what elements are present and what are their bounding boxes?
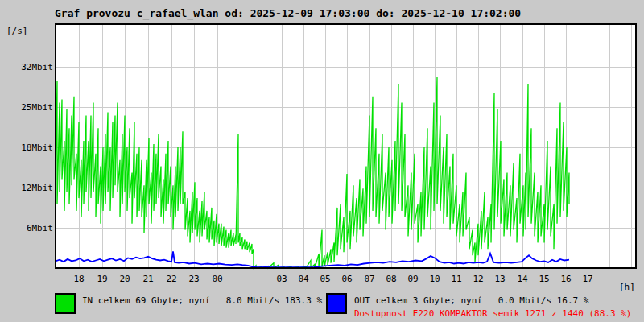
x-tick-label: 09 — [407, 274, 418, 284]
y-tick-label: 32Mbit — [21, 62, 53, 72]
traffic-chart: 32Mbit25Mbit18Mbit12Mbit6Mbit18192021222… — [0, 0, 644, 322]
x-tick-label: 04 — [298, 274, 309, 284]
x-tick-label: 12 — [473, 274, 483, 284]
x-tick-label: 17 — [582, 274, 592, 284]
y-tick-label: 6Mbit — [27, 223, 53, 233]
x-tick-label: 20 — [119, 274, 130, 284]
out-legend-label: OUT celkem 3 Gbyte; nyní 0.0 Mbit/s 16.7… — [354, 295, 588, 306]
x-tick-label: 03 — [276, 274, 287, 284]
traffic-graph-page: { "page_bg": "#c9c9c9", "title": "Graf p… — [0, 0, 644, 322]
x-tick-label: 21 — [142, 274, 153, 284]
x-tick-label: 08 — [386, 274, 396, 284]
x-tick-label: 18 — [73, 274, 84, 284]
x-tick-label: 22 — [166, 274, 176, 284]
y-tick-label: 12Mbit — [21, 183, 53, 193]
y-tick-label: 18Mbit — [21, 142, 53, 153]
x-tick-label: 05 — [320, 274, 330, 284]
x-tick-label: 16 — [560, 274, 571, 284]
in-legend-swatch — [55, 293, 76, 314]
x-axis-unit-label: [h] — [619, 282, 635, 292]
x-tick-label: 14 — [517, 274, 528, 284]
plot-background — [56, 24, 636, 268]
x-tick-label: 23 — [188, 274, 199, 284]
x-tick-label: 15 — [539, 274, 549, 284]
x-tick-label: 06 — [341, 274, 352, 284]
x-tick-label: 10 — [429, 274, 440, 284]
in-legend-label: IN celkem 69 Gbyte; nyní 8.0 Mbit/s 183.… — [82, 295, 322, 306]
x-tick-label: 00 — [212, 274, 222, 284]
x-tick-label: 13 — [494, 274, 505, 284]
x-tick-label: 19 — [97, 274, 107, 284]
y-tick-label: 25Mbit — [21, 102, 53, 113]
availability-label: Dostupnost E220 KOMPAKTOR semik 1271 z 1… — [354, 308, 631, 319]
out-legend-swatch — [326, 293, 347, 314]
x-tick-label: 07 — [364, 274, 374, 284]
x-tick-label: 11 — [451, 274, 461, 284]
